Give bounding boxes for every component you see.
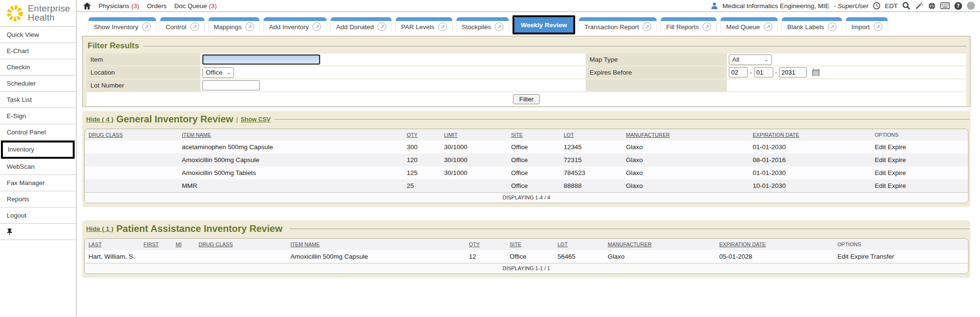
sidebar-item-e-chart[interactable]: E-Chart: [0, 43, 76, 59]
cell-site: Office: [507, 179, 560, 192]
filter-panel: Filter Results Item Map Type All ⌄ L: [82, 36, 970, 107]
tab-import[interactable]: Import↗: [846, 17, 888, 33]
filter-button[interactable]: Filter: [513, 94, 540, 104]
row-options-links[interactable]: Edit Expire: [875, 143, 906, 151]
tab-add-donated[interactable]: Add Donated↗: [330, 17, 392, 33]
globe-icon[interactable]: [928, 2, 936, 10]
cell-item-name: Amoxicillin 500mg Tablets: [178, 166, 403, 179]
open-in-new-icon[interactable]: ↗: [874, 22, 882, 31]
tab-med-queue[interactable]: Med Queue↗: [720, 17, 778, 33]
col-drug-class[interactable]: DRUG CLASS: [199, 241, 233, 247]
sidebar-item-logout[interactable]: Logout: [0, 208, 76, 224]
sidebar-item-scheduler[interactable]: Scheduler: [0, 76, 76, 92]
cell-site: Office: [507, 153, 560, 166]
tab-stockpiles[interactable]: Stockpiles↗: [456, 17, 510, 33]
tab-weekly-review[interactable]: Weekly Review: [514, 17, 573, 33]
tab-show-inventory[interactable]: Show Inventory↗: [88, 17, 156, 33]
sidebar-item-fax-manager[interactable]: Fax Manager: [0, 175, 76, 191]
col-manufacturer[interactable]: MANUFACTURER: [608, 241, 652, 247]
open-in-new-icon[interactable]: ↗: [828, 22, 836, 31]
sidebar-item-task-list[interactable]: Task List: [0, 92, 76, 108]
tab-transaction-report[interactable]: Transaction Report↗: [579, 17, 657, 33]
tab-par-levels[interactable]: PAR Levels↗: [395, 17, 453, 33]
general-hide-link[interactable]: Hide ( 4 ): [86, 116, 113, 123]
calendar-icon[interactable]: [812, 68, 820, 77]
open-in-new-icon[interactable]: ↗: [438, 22, 447, 31]
lot-number-input[interactable]: [202, 80, 260, 90]
tab-label: Show Inventory: [94, 23, 138, 31]
help-icon[interactable]: ?: [954, 2, 962, 10]
sidebar-item-reports[interactable]: Reports: [0, 191, 76, 208]
tab-label: PAR Levels: [401, 23, 434, 31]
open-in-new-icon[interactable]: ↗: [312, 22, 321, 31]
col-qty[interactable]: QTY: [469, 241, 480, 247]
location-select[interactable]: Office ⌄: [202, 67, 234, 78]
topnav-orders[interactable]: Orders: [147, 2, 167, 10]
row-options-links[interactable]: Edit Expire Transfer: [837, 253, 894, 260]
cell-manufacturer: Glaxo: [622, 153, 749, 166]
col-item-name[interactable]: ITEM NAME: [182, 132, 211, 138]
cell-item-name: MMR: [178, 179, 403, 192]
row-options-links[interactable]: Edit Expire: [875, 169, 906, 176]
tab-control[interactable]: Control↗: [160, 17, 205, 33]
avatar[interactable]: [967, 1, 975, 10]
col-expiration-date[interactable]: EXPIRATION DATE: [753, 132, 799, 138]
cell-drug-class: [195, 250, 287, 263]
row-options-links[interactable]: Edit Expire: [875, 182, 906, 189]
sidebar-item-e-sign[interactable]: E-Sign: [0, 108, 76, 124]
col-manufacturer[interactable]: MANUFACTURER: [626, 132, 670, 138]
row-options-links[interactable]: Edit Expire: [875, 156, 906, 164]
open-in-new-icon[interactable]: ↗: [142, 22, 151, 31]
show-csv-link[interactable]: Show CSV: [241, 116, 271, 123]
col-lot[interactable]: LOT: [557, 241, 568, 247]
col-site[interactable]: SITE: [511, 132, 523, 138]
home-icon[interactable]: [83, 2, 91, 10]
assistance-hide-link[interactable]: Hide ( 1 ): [86, 225, 113, 232]
open-in-new-icon[interactable]: ↗: [764, 22, 772, 31]
tab-fill-reports[interactable]: Fill Reports↗: [660, 17, 717, 33]
expires-month-input[interactable]: [729, 67, 748, 77]
cell-expiration: 05-01-2028: [715, 250, 834, 263]
sidebar-item-checkin[interactable]: Checkin: [0, 59, 76, 76]
tab-mappings[interactable]: Mappings↗: [208, 17, 260, 33]
sidebar-item-control-panel[interactable]: Control Panel: [0, 124, 76, 141]
map-type-select[interactable]: All ⌄: [729, 55, 772, 65]
wand-icon[interactable]: [915, 1, 924, 10]
cell-site: Office: [507, 141, 560, 153]
cell-expiration: 08-01-2016: [749, 153, 871, 166]
open-in-new-icon[interactable]: ↗: [245, 22, 254, 31]
cell-qty: 12: [465, 250, 506, 263]
expires-day-input[interactable]: [754, 67, 773, 77]
sidebar-item-quick-view[interactable]: Quick View: [0, 27, 76, 43]
open-in-new-icon[interactable]: ↗: [495, 22, 503, 31]
topnav-physicians[interactable]: Physicians (3): [99, 2, 139, 10]
sidebar-item-inventory[interactable]: Inventory: [3, 142, 73, 157]
tab-blank-labels[interactable]: Blank Labels↗: [781, 17, 842, 33]
general-inventory-table: DRUG CLASS ITEM NAME QTY LIMIT SITE LOT …: [85, 129, 968, 192]
search-icon[interactable]: [902, 1, 911, 10]
sidebar-item-webscan[interactable]: WebScan: [0, 159, 76, 175]
open-in-new-icon[interactable]: ↗: [378, 22, 386, 31]
topnav-doc-queue[interactable]: Doc Queue (3): [174, 2, 217, 10]
col-lot[interactable]: LOT: [564, 132, 574, 138]
open-in-new-icon[interactable]: ↗: [702, 22, 711, 31]
col-first[interactable]: FIRST: [144, 241, 159, 247]
tab-add-inventory[interactable]: Add Inventory↗: [263, 17, 327, 33]
col-last[interactable]: LAST: [89, 241, 102, 247]
col-item-name[interactable]: ITEM NAME: [290, 241, 320, 247]
col-drug-class[interactable]: DRUG CLASS: [89, 132, 123, 138]
col-limit[interactable]: LIMIT: [444, 132, 457, 138]
col-site[interactable]: SITE: [510, 241, 521, 247]
open-in-new-icon[interactable]: ↗: [643, 22, 651, 31]
col-mi[interactable]: MI: [176, 241, 181, 247]
tab-label: Add Inventory: [269, 23, 309, 31]
col-expiration-date[interactable]: EXPIRATION DATE: [719, 241, 766, 247]
pin-icon[interactable]: [7, 229, 12, 235]
open-in-new-icon[interactable]: ↗: [190, 22, 199, 31]
expires-year-input[interactable]: [779, 67, 807, 77]
date-separator: -: [775, 69, 778, 76]
item-input[interactable]: [202, 55, 320, 65]
tab-label: Mappings: [214, 23, 242, 31]
keyboard-icon[interactable]: [940, 2, 950, 9]
col-qty[interactable]: QTY: [407, 132, 418, 138]
